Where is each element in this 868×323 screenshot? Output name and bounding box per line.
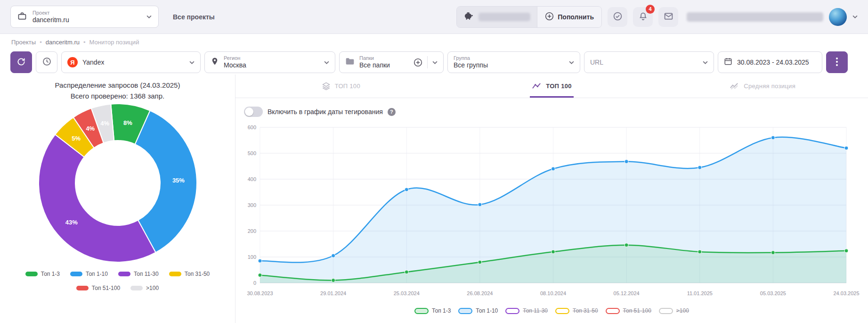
series-legend-item[interactable]: Топ 1-3 [414,307,451,314]
series-legend-swatch [414,308,429,314]
tasks-button[interactable] [608,7,627,27]
mail-icon [664,11,673,23]
tab-average-position[interactable]: Средняя позиция [657,75,868,98]
date-range-picker[interactable]: 30.08.2023 - 24.03.2025 [718,51,822,73]
data-point[interactable] [258,259,262,263]
yandex-icon: Я [67,57,78,67]
refresh-icon [16,57,26,68]
data-point[interactable] [625,243,628,247]
history-button[interactable] [36,51,57,73]
tab-label: Средняя позиция [744,83,795,90]
data-point[interactable] [552,167,555,171]
region-label: Регион [224,55,319,61]
data-point[interactable] [698,250,702,254]
data-point[interactable] [844,249,848,253]
data-point[interactable] [478,260,482,264]
series-legend-item[interactable]: Топ 31-50 [555,307,598,314]
region-select[interactable]: Регион Москва [204,51,335,73]
data-point[interactable] [844,146,848,150]
legend-label: >100 [146,285,159,291]
series-legend-item[interactable]: >100 [659,307,689,314]
legend-item[interactable]: Топ 51-100 [76,285,120,291]
legend-swatch [169,272,181,276]
tagging-toggle[interactable] [244,107,263,117]
clock-icon [42,57,52,68]
trend-icon [730,82,739,90]
piggy-bank-icon [463,11,474,23]
more-actions-button[interactable] [826,51,848,73]
data-point[interactable] [258,273,262,277]
folder-icon [345,57,355,67]
legend-item[interactable]: Топ 31-50 [169,271,210,277]
messages-button[interactable] [658,7,678,27]
legend-swatch [76,286,89,290]
tab-label: ТОП 100 [335,83,360,90]
tab-top100-stacked[interactable]: ТОП 100 [235,75,446,98]
x-axis-label: 11.01.2025 [687,290,713,296]
all-projects-link[interactable]: Все проекты [173,13,215,21]
chart-tabs: ТОП 100ТОП 100Средняя позиция [235,75,868,98]
breadcrumb-item[interactable]: Проекты [11,39,36,46]
help-icon[interactable]: ? [388,108,396,116]
data-point[interactable] [698,166,702,169]
x-axis-label: 08.10.2024 [540,290,566,296]
project-selector[interactable]: Проект danceritm.ru [10,6,159,28]
data-point[interactable] [478,203,482,207]
folders-value: Все папки [359,61,409,69]
topup-button[interactable]: Пополнить [537,7,601,27]
user-menu-chevron-icon[interactable] [852,15,858,18]
legend-item[interactable]: Топ 1-10 [70,271,108,277]
series-legend-item[interactable]: Топ 1-10 [458,307,498,314]
legend-swatch [118,272,130,276]
balance-redacted [479,13,530,21]
y-axis-label: 100 [248,254,256,260]
legend-item[interactable]: Топ 11-30 [118,271,159,277]
legend-label: Топ 1-3 [41,271,60,277]
legend-item[interactable]: Топ 1-3 [25,271,60,277]
legend-label: Топ 11-30 [134,271,159,277]
data-point[interactable] [771,136,775,140]
data-point[interactable] [405,188,408,191]
briefcase-icon [17,11,27,23]
location-pin-icon [211,57,219,67]
series-legend-swatch [555,308,569,314]
donut-segment-2[interactable] [39,134,156,262]
data-point[interactable] [405,270,408,274]
series-legend-item[interactable]: Топ 11-30 [505,307,548,314]
notifications-badge: 4 [646,5,655,14]
calendar-icon [724,57,732,67]
data-point[interactable] [771,251,775,255]
folders-select[interactable]: Папки Все папки [339,51,444,73]
avatar[interactable] [829,8,847,26]
check-circle-icon [613,11,623,23]
date-range-value: 30.08.2023 - 24.03.2025 [737,58,809,66]
project-name: danceritm.ru [32,16,141,24]
add-folder-button[interactable] [414,58,422,67]
refresh-button[interactable] [10,51,32,73]
data-point[interactable] [332,279,335,282]
data-point[interactable] [625,160,628,164]
series-legend-label: Топ 51-100 [623,307,651,314]
distribution-subtitle: Всего проверено: 1368 запр. [0,92,235,100]
url-select[interactable]: URL [584,51,714,73]
series-legend-swatch [505,308,519,314]
data-point[interactable] [332,254,335,257]
chevron-down-icon [189,61,195,64]
search-engine-select[interactable]: Я Yandex [61,51,201,73]
donut-segment-value: 4% [86,125,95,132]
data-point[interactable] [552,250,555,254]
notifications-button[interactable]: 4 [633,7,653,27]
y-axis-label: 600 [248,124,256,130]
tab-top100-line[interactable]: ТОП 100 [446,75,657,98]
region-value: Москва [224,61,319,69]
series-legend-item[interactable]: Топ 51-100 [606,307,651,314]
breadcrumb-item[interactable]: danceritm.ru [46,39,80,46]
x-axis-label: 30.08.2023 [247,290,273,296]
legend-item[interactable]: >100 [130,285,159,291]
divider [427,56,428,68]
y-axis-label: 0 [253,280,256,286]
breadcrumb: Проекты•danceritm.ru•Монитор позиций [0,34,868,50]
distribution-legend: Топ 1-3Топ 1-10Топ 11-30Топ 31-50Топ 51-… [0,271,235,291]
series-legend-label: Топ 31-50 [573,307,598,314]
group-select[interactable]: Группа Все группы [447,51,580,73]
